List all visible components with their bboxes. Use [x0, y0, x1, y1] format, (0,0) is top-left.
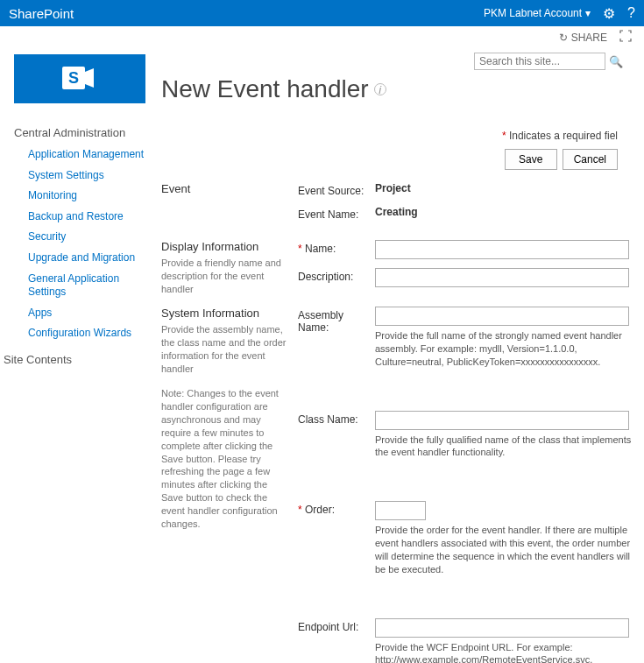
suite-bar-right: PKM Labnet Account ▾ ⚙ ? — [484, 5, 635, 22]
info-icon[interactable]: i — [374, 83, 386, 95]
assembly-input[interactable] — [375, 307, 629, 326]
nav-heading-site-contents[interactable]: Site Contents — [2, 351, 156, 371]
section-display-info: Display Information Provide a friendly n… — [161, 240, 298, 296]
order-label: * Order: — [298, 501, 375, 516]
event-source-label: Event Source: — [298, 182, 375, 197]
command-bar: ↻ SHARE — [0, 26, 644, 49]
section-system-fields: Assembly Name: Provide the full name of … — [298, 307, 635, 663]
save-button-top[interactable]: Save — [505, 149, 557, 170]
page-title-text: New Event handler — [161, 75, 369, 103]
section-system-title: System Information — [161, 307, 287, 320]
event-name-value: Creating — [375, 206, 635, 218]
search-row: 🔍 — [161, 49, 635, 70]
help-icon[interactable]: ? — [627, 5, 635, 21]
nav-heading-central-admin: Central Administration — [2, 124, 156, 145]
name-value — [375, 240, 635, 259]
class-label: Class Name: — [298, 411, 375, 426]
order-value: Provide the order for the event handler.… — [375, 501, 635, 575]
account-menu[interactable]: PKM Labnet Account ▾ — [484, 7, 591, 19]
field-endpoint: Endpoint Url: Provide the WCF Endpoint U… — [298, 618, 635, 663]
section-event-info: Event — [161, 182, 298, 229]
name-label: * Name: — [298, 240, 375, 255]
left-column: S Central Administration Application Man… — [2, 49, 156, 663]
section-event-title: Event — [161, 182, 287, 195]
description-value — [375, 268, 635, 287]
section-system-info: System Information Provide the assembly … — [161, 307, 298, 663]
suite-bar: SharePoint PKM Labnet Account ▾ ⚙ ? — [0, 0, 644, 26]
section-system-desc: Provide the assembly name, the class nam… — [161, 323, 287, 375]
focus-icon[interactable] — [619, 30, 632, 45]
field-event-source: Event Source: Project — [298, 182, 635, 197]
cancel-button-top[interactable]: Cancel — [563, 149, 618, 170]
button-row-top: Save Cancel — [161, 142, 635, 182]
section-display: Display Information Provide a friendly n… — [161, 240, 635, 296]
section-display-desc: Provide a friendly name and description … — [161, 257, 287, 296]
class-input[interactable] — [375, 411, 629, 430]
brand-label: SharePoint — [9, 6, 74, 21]
page-title: New Event handler i — [161, 75, 635, 103]
required-note: * Indicates a required fiel — [161, 130, 635, 142]
field-assembly: Assembly Name: Provide the full name of … — [298, 307, 635, 369]
section-system-note: Note: Changes to the event handler confi… — [161, 387, 287, 530]
gear-icon[interactable]: ⚙ — [603, 5, 615, 22]
assembly-value: Provide the full name of the strongly na… — [375, 307, 635, 369]
section-event-fields: Event Source: Project Event Name: Creati… — [298, 182, 635, 229]
search-input[interactable] — [474, 53, 605, 70]
description-label: Description: — [298, 268, 375, 283]
endpoint-help: Provide the WCF Endpoint URL. For exampl… — [375, 641, 635, 663]
nav-item-app-management[interactable]: Application Management — [2, 145, 156, 166]
section-display-title: Display Information — [161, 240, 287, 253]
nav-item-config-wizards[interactable]: Configuration Wizards — [2, 323, 156, 344]
share-label: SHARE — [571, 32, 607, 44]
main-column: 🔍 New Event handler i * Indicates a requ… — [156, 49, 635, 663]
assembly-label: Assembly Name: — [298, 307, 375, 334]
class-help: Provide the fully qualified name of the … — [375, 434, 635, 460]
nav-item-monitoring[interactable]: Monitoring — [2, 186, 156, 207]
field-class: Class Name: Provide the fully qualified … — [298, 411, 635, 460]
assembly-help: Provide the full name of the strongly na… — [375, 329, 635, 369]
sharepoint-logo[interactable]: S — [14, 54, 145, 103]
section-display-fields: * Name: Description: — [298, 240, 635, 296]
endpoint-label: Endpoint Url: — [298, 618, 375, 633]
share-button[interactable]: ↻ SHARE — [559, 32, 607, 44]
nav-item-backup-restore[interactable]: Backup and Restore — [2, 207, 156, 228]
field-event-name: Event Name: Creating — [298, 206, 635, 221]
order-help: Provide the order for the event handler.… — [375, 524, 635, 575]
field-name: * Name: — [298, 240, 635, 259]
nav-item-security[interactable]: Security — [2, 227, 156, 248]
order-input[interactable] — [375, 501, 426, 520]
endpoint-input[interactable] — [375, 618, 629, 638]
endpoint-value: Provide the WCF Endpoint URL. For exampl… — [375, 618, 635, 663]
event-source-value: Project — [375, 182, 635, 194]
search-icon[interactable]: 🔍 — [609, 55, 623, 68]
required-text: Indicates a required fiel — [506, 130, 618, 142]
section-event: Event Event Source: Project Event Name: … — [161, 182, 635, 229]
section-system: System Information Provide the assembly … — [161, 307, 635, 663]
account-name: PKM Labnet Account — [484, 7, 582, 19]
share-icon: ↻ — [559, 32, 568, 44]
field-description: Description: — [298, 268, 635, 287]
nav-item-apps[interactable]: Apps — [2, 303, 156, 324]
svg-text:S: S — [68, 69, 79, 87]
class-value: Provide the fully qualified name of the … — [375, 411, 635, 460]
chevron-down-icon: ▾ — [585, 7, 591, 19]
content-wrapper: S Central Administration Application Man… — [0, 49, 644, 663]
nav-item-general-app-settings[interactable]: General Application Settings — [2, 269, 156, 303]
nav-item-upgrade-migration[interactable]: Upgrade and Migration — [2, 248, 156, 269]
name-input[interactable] — [375, 240, 629, 259]
nav-item-system-settings[interactable]: System Settings — [2, 166, 156, 187]
description-input[interactable] — [375, 268, 629, 287]
field-order: * Order: Provide the order for the event… — [298, 501, 635, 575]
event-name-label: Event Name: — [298, 206, 375, 221]
